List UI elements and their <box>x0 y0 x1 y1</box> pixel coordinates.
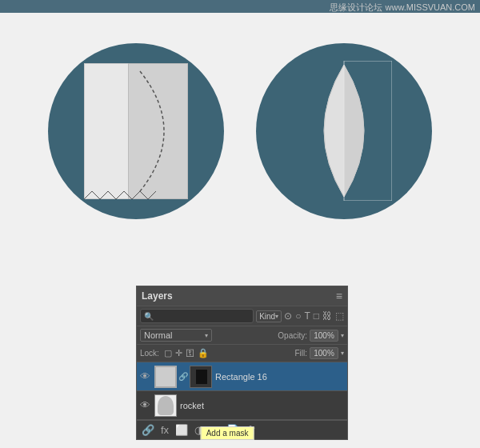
lock-icons: ▢ ✛ ⚿ 🔒 <box>164 348 209 358</box>
kind-dropdown[interactable]: Kind ▾ <box>256 310 282 322</box>
layers-bottom-toolbar: 🔗 fx ⬜ ◑ 🗁 📄 🗑 Add a mask <box>137 420 347 439</box>
kind-toolbar-row: 🔍 Kind ▾ ⊙ ○ T □ ⛓ ⬚ <box>137 306 347 326</box>
lock-label: Lock: <box>140 349 159 358</box>
layer-row-rectangle16[interactable]: 👁 🔗 Rectangle 16 <box>137 362 347 391</box>
layer-row-rocket[interactable]: 👁 rocket <box>137 391 347 420</box>
link-layers-icon[interactable]: 🔗 <box>142 424 154 436</box>
layer-mask-rectangle16 <box>190 366 212 388</box>
layer-mask-icon[interactable]: ⬜ <box>175 424 188 436</box>
site-text: 思缘设计论坛 www.MISSVUAN.COM <box>330 2 475 12</box>
layers-panel: Layers ≡ 🔍 Kind ▾ ⊙ ○ T □ ⛓ ⬚ Normal ▾ O… <box>136 286 348 440</box>
kind-icon-shape[interactable]: □ <box>314 310 319 322</box>
blend-row: Normal ▾ Opacity: 100% ▾ <box>137 326 347 345</box>
fill-section: Fill: 100% ▾ <box>294 347 344 359</box>
right-circle <box>256 43 432 219</box>
layer-name-rocket: rocket <box>180 401 344 410</box>
lock-icon-pixel[interactable]: ▢ <box>164 348 172 358</box>
layers-panel-title: Layers <box>142 290 173 302</box>
lock-icon-all[interactable]: 🔒 <box>198 348 209 358</box>
kind-icon-circle[interactable]: ⊙ <box>284 310 292 322</box>
kind-icon-artboard[interactable]: ⬚ <box>335 310 344 322</box>
chain-icon-rectangle16: 🔗 <box>178 372 188 381</box>
opacity-label: Opacity: <box>278 331 307 340</box>
layer-styles-icon[interactable]: fx <box>161 424 169 436</box>
eye-icon-rocket[interactable]: 👁 <box>140 399 151 411</box>
blend-mode-value: Normal <box>144 330 172 340</box>
left-circle <box>48 43 224 219</box>
layer-name-rectangle16: Rectangle 16 <box>215 372 344 382</box>
layer-thumb-rectangle16 <box>154 366 177 388</box>
layers-panel-header: Layers ≡ <box>137 286 347 306</box>
kind-label: Kind <box>259 312 275 321</box>
opacity-dropdown-arrow[interactable]: ▾ <box>341 332 344 339</box>
eye-icon-rectangle16[interactable]: 👁 <box>140 370 151 382</box>
blend-mode-dropdown[interactable]: Normal ▾ <box>140 329 212 342</box>
opacity-value[interactable]: 100% <box>310 330 338 342</box>
lock-row: Lock: ▢ ✛ ⚿ 🔒 Fill: 100% ▾ <box>137 345 347 362</box>
kind-icon-adjust[interactable]: ○ <box>295 310 301 322</box>
leaf-svg <box>296 61 392 201</box>
new-layer-icon[interactable]: 📄 <box>226 424 239 436</box>
lock-icon-position[interactable]: ✛ <box>175 348 182 358</box>
opacity-section: Opacity: 100% ▾ <box>278 330 344 342</box>
fill-dropdown-arrow[interactable]: ▾ <box>341 350 344 357</box>
left-circle-content <box>84 63 188 199</box>
search-icon: 🔍 <box>144 312 154 321</box>
layer-thumb-group-rectangle16: 🔗 <box>154 366 212 388</box>
layer-thumb-group-rocket <box>154 394 177 417</box>
adjustment-layer-icon[interactable]: ◑ <box>194 424 203 436</box>
delete-layer-icon[interactable]: 🗑 <box>246 424 256 436</box>
rocket-thumbnail-img <box>158 396 174 415</box>
canvas-area <box>0 13 480 249</box>
kind-icon-type[interactable]: T <box>304 310 310 322</box>
new-group-icon[interactable]: 🗁 <box>210 424 220 436</box>
layers-menu-icon[interactable]: ≡ <box>336 290 342 302</box>
bottom-icons: 🔗 fx ⬜ ◑ 🗁 📄 🗑 <box>142 424 256 436</box>
kind-icon-link[interactable]: ⛓ <box>322 310 332 322</box>
lock-icon-artboard[interactable]: ⚿ <box>186 348 194 358</box>
curved-dashed-svg <box>84 63 188 199</box>
fill-label: Fill: <box>294 349 307 358</box>
right-circle-content <box>296 61 392 201</box>
fill-value[interactable]: 100% <box>310 347 338 359</box>
kind-dropdown-arrow: ▾ <box>275 313 278 320</box>
search-box: 🔍 <box>140 309 254 323</box>
layer-thumb-rocket <box>154 394 177 417</box>
mask-black <box>196 370 207 384</box>
kind-tool-icons: ⊙ ○ T □ ⛓ ⬚ <box>284 310 344 322</box>
blend-dropdown-arrow: ▾ <box>205 332 208 339</box>
